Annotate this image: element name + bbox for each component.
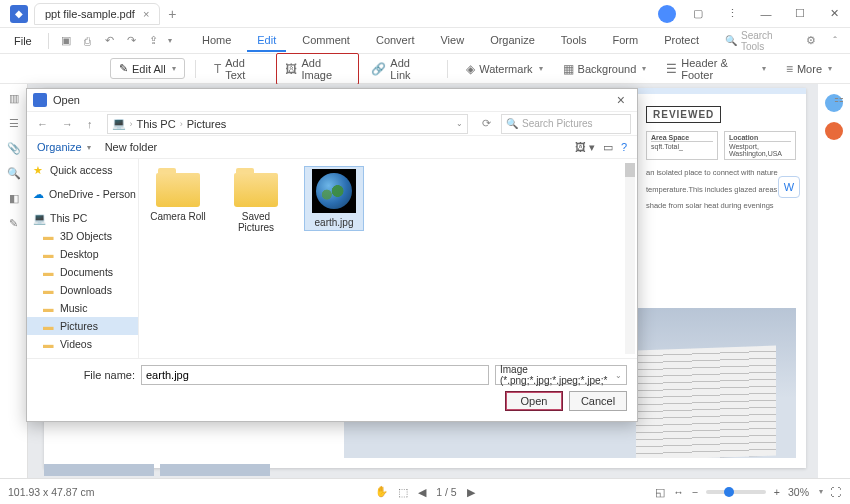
- cancel-button[interactable]: Cancel: [569, 391, 627, 411]
- close-tab-icon[interactable]: ×: [143, 8, 149, 20]
- nav-up-icon[interactable]: ↑: [83, 116, 97, 132]
- document-tab[interactable]: ppt file-sample.pdf ×: [34, 3, 160, 25]
- fit-page-icon[interactable]: ◱: [655, 486, 665, 498]
- tree-desktop[interactable]: ▬Desktop: [27, 245, 138, 263]
- layers-icon[interactable]: ◧: [9, 192, 19, 205]
- tree-quick-access[interactable]: ★Quick access: [27, 161, 138, 179]
- help-icon[interactable]: ?: [621, 141, 627, 153]
- pc-icon: 💻: [112, 117, 126, 130]
- tree-downloads[interactable]: ▬Downloads: [27, 281, 138, 299]
- add-text-button[interactable]: TAdd Text: [206, 54, 273, 84]
- right-toolbar: ⚏: [834, 92, 844, 105]
- page-indicator[interactable]: 1 / 5: [436, 486, 456, 498]
- preview-pane-icon[interactable]: ▭: [603, 141, 613, 154]
- file-camera-roll[interactable]: Camera Roll: [149, 167, 207, 222]
- add-image-button[interactable]: 🖼Add Image: [276, 53, 359, 85]
- left-panel: ▥ ☰ 📎 🔍 ◧ ✎: [0, 84, 28, 478]
- edit-all-dropdown[interactable]: ✎ Edit All ▾: [110, 58, 185, 79]
- thumbnails-icon[interactable]: ▥: [9, 92, 19, 105]
- dialog-titlebar: Open ×: [27, 89, 637, 111]
- chevron-down-icon[interactable]: ⌄: [456, 119, 463, 128]
- share-icon[interactable]: ⇪: [144, 32, 162, 50]
- zoom-out-icon[interactable]: −: [692, 486, 698, 498]
- maximize-button[interactable]: ☐: [788, 2, 812, 26]
- view-mode-dropdown[interactable]: 🖼 ▾: [575, 141, 595, 154]
- tab-form[interactable]: Form: [602, 30, 648, 52]
- tree-pictures[interactable]: ▬Pictures: [27, 317, 138, 335]
- collapse-ribbon-icon[interactable]: ˆ: [826, 32, 844, 50]
- tree-documents[interactable]: ▬Documents: [27, 263, 138, 281]
- tab-home[interactable]: Home: [192, 30, 241, 52]
- tab-tools[interactable]: Tools: [551, 30, 597, 52]
- watermark-icon: ◈: [466, 62, 475, 76]
- fullscreen-icon[interactable]: ⛶: [831, 486, 842, 498]
- dialog-icon: [33, 93, 47, 107]
- add-link-button[interactable]: 🔗Add Link: [363, 54, 437, 84]
- new-tab-button[interactable]: +: [168, 6, 176, 22]
- open-button[interactable]: Open: [505, 391, 563, 411]
- tab-edit[interactable]: Edit: [247, 30, 286, 52]
- tab-view[interactable]: View: [430, 30, 474, 52]
- file-filter-dropdown[interactable]: Image (*.png;*.jpg;*.jpeg;*.jpe;*⌄: [495, 365, 627, 385]
- save-icon[interactable]: ▣: [57, 32, 75, 50]
- tab-comment[interactable]: Comment: [292, 30, 360, 52]
- zoom-slider[interactable]: [706, 490, 766, 494]
- bookmarks-icon[interactable]: ☰: [9, 117, 19, 130]
- nav-back-icon[interactable]: ←: [33, 116, 52, 132]
- menubar: File ▣ ⎙ ↶ ↷ ⇪ ▾ Home Edit Comment Conve…: [0, 28, 850, 54]
- settings-icon[interactable]: ⚙: [802, 32, 820, 50]
- folder-icon: [234, 173, 278, 207]
- folder-tree[interactable]: ★Quick access ☁OneDrive - Person 💻This P…: [27, 159, 139, 358]
- organize-dropdown[interactable]: Organize▾: [37, 141, 91, 153]
- new-folder-button[interactable]: New folder: [105, 141, 158, 153]
- next-page-icon[interactable]: ▶: [467, 486, 475, 498]
- tree-onedrive[interactable]: ☁OneDrive - Person: [27, 185, 138, 203]
- select-tool-icon[interactable]: ⬚: [398, 486, 408, 498]
- comments-icon[interactable]: ✎: [9, 217, 18, 230]
- tab-organize[interactable]: Organize: [480, 30, 545, 52]
- hand-tool-icon[interactable]: ✋: [375, 485, 388, 498]
- watermark-dropdown[interactable]: ◈Watermark▾: [458, 59, 550, 79]
- minimize-button[interactable]: —: [754, 2, 778, 26]
- tab-convert[interactable]: Convert: [366, 30, 425, 52]
- file-earth[interactable]: earth.jpg: [305, 167, 363, 230]
- fit-width-icon[interactable]: ↔: [673, 486, 684, 498]
- tool-dot-2[interactable]: [825, 122, 843, 140]
- tree-this-pc[interactable]: 💻This PC: [27, 209, 138, 227]
- header-footer-dropdown[interactable]: ☰Header & Footer▾: [658, 54, 774, 84]
- tab-protect[interactable]: Protect: [654, 30, 709, 52]
- scrollbar-thumb[interactable]: [625, 163, 635, 177]
- kebab-menu-icon[interactable]: ⋮: [720, 2, 744, 26]
- notification-icon[interactable]: ▢: [686, 2, 710, 26]
- more-dropdown[interactable]: ≡More▾: [778, 59, 840, 79]
- search-tools[interactable]: 🔍 Search Tools: [725, 30, 798, 52]
- zoom-in-icon[interactable]: +: [774, 486, 780, 498]
- nav-forward-icon[interactable]: →: [58, 116, 77, 132]
- file-list[interactable]: Camera Roll Saved Pictures earth.jpg: [139, 159, 637, 358]
- tree-videos[interactable]: ▬Videos: [27, 335, 138, 353]
- word-export-badge[interactable]: W: [778, 176, 800, 198]
- scrollbar[interactable]: [625, 163, 635, 354]
- refresh-icon[interactable]: ⟳: [478, 115, 495, 132]
- search-panel-icon[interactable]: 🔍: [7, 167, 21, 180]
- pencil-icon: ✎: [119, 62, 128, 75]
- close-window-button[interactable]: ✕: [822, 2, 846, 26]
- zoom-level[interactable]: 30%: [788, 486, 809, 498]
- dialog-toolbar: Organize▾ New folder 🖼 ▾ ▭ ?: [27, 135, 637, 159]
- attachments-icon[interactable]: 📎: [7, 142, 21, 155]
- avatar[interactable]: [658, 5, 676, 23]
- breadcrumb[interactable]: 💻 › This PC › Pictures ⌄: [107, 114, 469, 134]
- filename-input[interactable]: [141, 365, 489, 385]
- prev-page-icon[interactable]: ◀: [418, 486, 426, 498]
- undo-icon[interactable]: ↶: [100, 32, 118, 50]
- background-dropdown[interactable]: ▦Background▾: [555, 59, 655, 79]
- tree-3d-objects[interactable]: ▬3D Objects: [27, 227, 138, 245]
- tree-music[interactable]: ▬Music: [27, 299, 138, 317]
- dialog-close-button[interactable]: ×: [611, 92, 631, 108]
- redo-icon[interactable]: ↷: [122, 32, 140, 50]
- dialog-search[interactable]: 🔍 Search Pictures: [501, 114, 631, 134]
- properties-icon[interactable]: ⚏: [834, 92, 844, 105]
- file-saved-pictures[interactable]: Saved Pictures: [227, 167, 285, 233]
- print-icon[interactable]: ⎙: [79, 32, 97, 50]
- file-menu[interactable]: File: [6, 32, 40, 50]
